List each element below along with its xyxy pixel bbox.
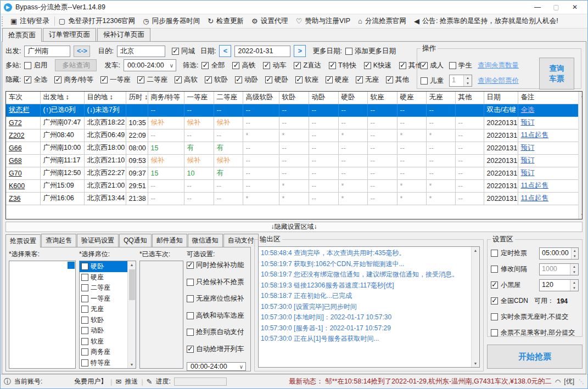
option-checkbox[interactable]: 抢到票自动支付 (187, 328, 244, 337)
seat-item[interactable]: 商务座 (80, 347, 127, 358)
settings-tab[interactable]: QQ通知 (119, 234, 152, 247)
settings-tab[interactable]: 微信通知 (188, 234, 223, 247)
query-tickets-button[interactable]: 查询 车票 (539, 58, 574, 89)
train-table-column-header[interactable]: 二等座 (214, 92, 243, 104)
train-table-cell[interactable]: 预订 (518, 142, 578, 154)
settings-tab[interactable]: 查询起售 (41, 234, 76, 247)
train-table-cell[interactable]: K600 (6, 179, 40, 192)
train-table-column-header[interactable]: 目的地 ↕ (84, 92, 126, 104)
push-label[interactable]: 推送 (125, 377, 138, 386)
hide-checkbox[interactable]: 软座 (295, 75, 318, 84)
hide-checkbox-box[interactable] (24, 76, 31, 83)
seat-checkbox-box[interactable] (81, 274, 88, 281)
hide-checkbox[interactable]: 一等座 (100, 75, 131, 84)
main-tab[interactable]: 候补订单页面 (97, 28, 150, 41)
hide-checkbox[interactable]: 动卧 (235, 75, 258, 84)
seat-checkbox-box[interactable] (81, 306, 88, 313)
option-checkbox-box[interactable] (187, 312, 194, 319)
spinner-down-icon[interactable] (464, 81, 472, 86)
query-remaining-link[interactable]: 查询余票数量 (478, 61, 519, 70)
seat-item[interactable]: 无座 (80, 304, 127, 315)
student-checkbox-box[interactable] (449, 62, 456, 69)
seat-checkbox-box[interactable] (81, 284, 88, 291)
settings-tab[interactable]: 自动支付 (223, 234, 259, 247)
noseat-checkbox[interactable] (491, 313, 498, 320)
dest-input[interactable]: 北京 (117, 46, 165, 57)
train-table-row[interactable]: 状态栏(↑)已选0列(↓)未选7列--------------------双击/… (6, 104, 578, 116)
hide-checkbox-box[interactable] (137, 76, 144, 83)
hide-checkbox[interactable]: 全选 (24, 75, 47, 84)
train-table-column-header[interactable]: 一等座 (184, 92, 214, 104)
train-table-column-header[interactable]: 软卧 (279, 92, 309, 104)
blackroom-checkbox[interactable] (491, 281, 498, 289)
seat-checkbox-box[interactable] (81, 327, 88, 334)
maximize-icon[interactable]: ▢ (547, 3, 565, 11)
option-checkbox[interactable]: 同时抢候补功能 (187, 261, 244, 270)
hide-checkbox-box[interactable] (326, 76, 333, 83)
timed-grab-checkbox[interactable] (491, 250, 498, 257)
close-icon[interactable]: ✕ (565, 3, 584, 11)
student-checkbox[interactable]: 学生 (449, 61, 472, 70)
train-table-row[interactable]: G66广州南10:00北京西18:0008:0015有有------------… (6, 142, 578, 154)
train-table-row[interactable]: G68广州南11:17北京西21:1009:53候补候补候补----------… (6, 154, 578, 167)
toolbar-item[interactable]: ▣ 注销/登录 (7, 16, 53, 26)
hide-settings-bar[interactable]: ↓隐藏设置区域↓ (5, 222, 583, 232)
train-table-column-header[interactable]: 备注 (518, 92, 578, 104)
spinner-up-icon[interactable] (572, 248, 578, 253)
train-table-cell[interactable]: 11点起售 (518, 129, 578, 142)
hide-checkbox[interactable]: 硬座 (326, 75, 349, 84)
train-table-cell[interactable]: 11点起售 (518, 192, 578, 205)
toolbar-item[interactable]: ⌂ 分流抢票官网 (354, 16, 410, 26)
child-checkbox-box[interactable] (421, 77, 428, 84)
hide-checkbox-box[interactable] (205, 76, 212, 83)
train-table-row[interactable]: Z36广州16:06北京西13:4421:38------**--*--**--… (6, 192, 578, 205)
train-table-cell[interactable]: Z202 (6, 129, 40, 142)
hide-checkbox[interactable]: 商务/特等 (54, 75, 93, 84)
spinner-up-icon[interactable] (570, 264, 578, 269)
child-count-stepper[interactable]: 1 (449, 75, 472, 87)
scroll-up-icon[interactable] (130, 261, 134, 268)
option-checkbox-box[interactable] (187, 279, 194, 286)
blackroom-stepper[interactable]: 120 (539, 279, 579, 291)
train-table-column-header[interactable]: 其他 (455, 92, 484, 104)
seat-scrollbar[interactable] (127, 261, 136, 368)
hide-checkbox-box[interactable] (100, 76, 108, 83)
seat-checkbox-box[interactable] (81, 263, 88, 270)
toolbar-item[interactable]: ◀ 公告: 抢票靠的是坚持，放弃就是给别人机会! (410, 16, 562, 26)
multi-enable-checkbox[interactable]: 启用 (24, 61, 47, 70)
depart-time-select[interactable]: 00:00-24:00 (124, 59, 176, 71)
filter-checkbox[interactable]: 高铁 (232, 61, 255, 70)
filter-checkbox-box[interactable] (232, 62, 239, 69)
add-more-dates-checkbox-box[interactable] (345, 48, 352, 55)
toolbar-item[interactable]: ▢ 免登录打开12306官网 (54, 16, 139, 26)
scroll-down-icon[interactable] (581, 211, 583, 219)
seat-checkbox-box[interactable] (81, 348, 88, 356)
train-table-column-header[interactable]: 车次 (6, 92, 40, 104)
child-checkbox[interactable]: 儿童 (421, 76, 444, 86)
option-checkbox-box[interactable] (187, 346, 194, 353)
option-checkbox-box[interactable] (187, 329, 194, 336)
spinner-down-icon[interactable] (572, 253, 578, 259)
output-log[interactable]: 10:58:48:4 查询完毕，本次查询共用时:435毫秒。10:58:19:7… (259, 247, 471, 367)
same-city-checkbox-box[interactable] (172, 48, 179, 55)
train-table-column-header[interactable]: 出发地 ↕ (40, 92, 84, 104)
train-table-cell[interactable]: Z36 (6, 192, 40, 205)
hide-checkbox[interactable]: 高软 (175, 75, 198, 84)
hide-checkbox[interactable]: 其他 (386, 75, 409, 84)
train-table-column-header[interactable]: 日期 (484, 92, 518, 104)
seat-checkbox-box[interactable] (81, 295, 88, 302)
train-table-column-header[interactable]: 软座 (367, 92, 397, 104)
scroll-down-icon[interactable] (474, 360, 478, 367)
settings-tab[interactable]: 验证码设置 (77, 234, 119, 247)
seat-item[interactable]: 软卧 (80, 315, 127, 326)
toolbar-item[interactable]: ♡ 赞助与注册VIP (292, 16, 354, 26)
hide-checkbox-box[interactable] (295, 76, 303, 83)
option-checkbox[interactable]: 高铁和动车选座 (187, 311, 244, 320)
table-scrollbar[interactable] (578, 92, 583, 219)
settings-tab[interactable]: 抢票设置 (5, 234, 41, 247)
seat-item[interactable]: 软座 (80, 336, 127, 347)
train-table-cell[interactable]: 全选 (518, 104, 578, 116)
filter-checkbox-box[interactable] (201, 62, 209, 69)
train-table-cell[interactable]: 11点起售 (518, 179, 578, 192)
train-table-column-header[interactable]: 高级软卧 (243, 92, 279, 104)
